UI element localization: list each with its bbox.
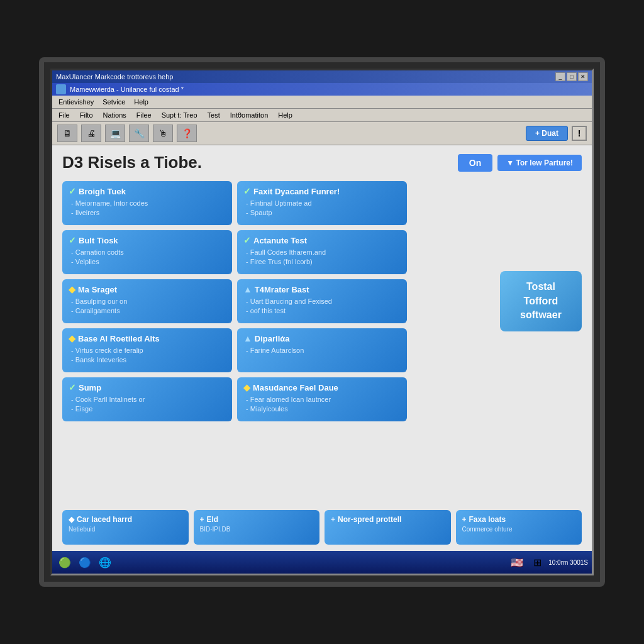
mid-card-1-body: Faull Codes Itharem.and Firee Trus (fnl … xyxy=(243,248,401,267)
mid-card-1-title: ✓ Actanute Test xyxy=(243,235,401,245)
toolbar-icon-6[interactable]: ❓ xyxy=(177,125,197,142)
maximize-button[interactable]: □ xyxy=(567,72,577,81)
menu-test[interactable]: Test xyxy=(204,110,224,120)
app-icon xyxy=(56,84,66,94)
left-card-4[interactable]: ✓ Sump Cook Parll Intalinets or Eisge xyxy=(62,377,232,421)
main-content: D3 Risels a Tiobe. On ▼ Tor lew Parture!… xyxy=(52,145,592,510)
torlew-button[interactable]: ▼ Tor lew Parture! xyxy=(497,155,582,171)
bottom-card-0[interactable]: ◆ Car laced harrd Netiebuid xyxy=(62,510,189,545)
mid-card-1[interactable]: ✓ Actanute Test Faull Codes Itharem.and … xyxy=(237,230,407,274)
mid-card-0-title: ✓ Faxit Dyacand Funrer! xyxy=(243,186,401,196)
special-card[interactable]: Tostal Tofford softwaer xyxy=(500,271,582,331)
header-buttons: On ▼ Tor lew Parture! xyxy=(458,154,582,172)
left-card-2[interactable]: ◆ Ma Sraget Basulping our on Carailgamen… xyxy=(62,279,232,323)
diamond-icon-3: ◆ xyxy=(69,333,75,343)
menu-supt[interactable]: Supt t: Treo xyxy=(158,110,201,120)
menu-help-1[interactable]: Help xyxy=(130,97,152,107)
toolbar-icon-1[interactable]: 🖥 xyxy=(57,125,77,142)
arrow-icon-m2: ▲ xyxy=(243,284,252,294)
right-column: Tostal Tofford softwaer xyxy=(412,181,582,421)
bottom-bar: ◆ Car laced harrd Netiebuid + Eld BID-IP… xyxy=(52,510,592,551)
taskbar-windows-icon[interactable]: ⊞ xyxy=(528,553,546,571)
title-bar: MaxUlancer Markcode trottorevs hehp _ □ … xyxy=(52,70,592,83)
left-card-1[interactable]: ✓ Bult Tiosk Carnation codts Velplies xyxy=(62,230,232,274)
screen: MaxUlancer Markcode trottorevs hehp _ □ … xyxy=(50,69,594,575)
diamond-icon-2: ◆ xyxy=(69,284,75,294)
left-card-4-body: Cook Parll Intalinets or Eisge xyxy=(69,395,226,414)
page-header: D3 Risels a Tiobe. On ▼ Tor lew Parture! xyxy=(62,153,582,172)
toolbar-icon-2[interactable]: 🖨 xyxy=(81,125,101,142)
bottom-card-0-body: Netiebuid xyxy=(69,526,182,533)
arrow-icon-m3: ▲ xyxy=(243,333,252,343)
mid-card-4-body: Fear alomed Ican Iautncer Mialyicoules xyxy=(243,395,401,414)
left-card-1-body: Carnation codts Velplies xyxy=(69,248,226,267)
toolbar-icon-4[interactable]: 🔧 xyxy=(129,125,149,142)
title-bar-text: MaxUlancer Markcode trottorevs hehp xyxy=(56,73,173,80)
left-column: ✓ Broigh Tuek Meiorname, Intor codes Ilv… xyxy=(62,181,232,421)
check-icon-4: ✓ xyxy=(69,382,76,392)
taskbar: 🟢 🔵 🌐 🇺🇸 ⊞ 10:0rm 3001S xyxy=(52,551,592,574)
duat-button[interactable]: + Duat xyxy=(526,126,568,141)
mid-card-4[interactable]: ◆ Masudance Fael Daue Fear alomed Ican I… xyxy=(237,377,407,421)
plus-icon-b3: + xyxy=(462,515,467,524)
left-card-4-title: ✓ Sump xyxy=(69,382,226,392)
exclaim-button[interactable]: ! xyxy=(572,126,587,141)
menu-help-2[interactable]: Help xyxy=(274,110,296,120)
sub-title-text: Mamewwierda - Unilance ful costad * xyxy=(70,86,184,93)
left-card-2-body: Basulping our on Carailgaments xyxy=(69,297,226,316)
menu-bar-1: Entievishey Setvice Help xyxy=(52,96,592,109)
taskbar-icon-3[interactable]: 🌐 xyxy=(96,553,114,571)
menu-filtο[interactable]: Filtο xyxy=(76,110,97,120)
toolbar-icon-3[interactable]: 💻 xyxy=(105,125,125,142)
close-button[interactable]: ✕ xyxy=(578,72,588,81)
left-card-1-title: ✓ Bult Tiosk xyxy=(69,235,226,245)
left-card-3-title: ◆ Base Al Roetiled Alts xyxy=(69,333,226,343)
mid-card-0[interactable]: ✓ Faxit Dyacand Funrer! Fintinal Uptimat… xyxy=(237,181,407,225)
title-bar-buttons: _ □ ✕ xyxy=(555,72,588,81)
mid-card-3-title: ▲ Diparllάa xyxy=(243,333,401,343)
bottom-card-2[interactable]: + Nor-spred prottell xyxy=(325,510,451,545)
menu-setvice[interactable]: Setvice xyxy=(99,97,129,107)
mid-card-0-body: Fintinal Uptimate ad Spautp xyxy=(243,199,401,218)
menu-file[interactable]: File xyxy=(55,110,74,120)
diamond-icon-m4: ◆ xyxy=(243,382,250,392)
mid-card-3[interactable]: ▲ Diparllάa Farine Autarclson xyxy=(237,328,407,372)
left-card-3[interactable]: ◆ Base Al Roetiled Alts Virtus creck die… xyxy=(62,328,232,372)
left-card-2-title: ◆ Ma Sraget xyxy=(69,284,226,294)
page-title: D3 Risels a Tiobe. xyxy=(62,153,202,172)
mid-card-2[interactable]: ▲ T4Mrater Bast Uart Barucing and Fexise… xyxy=(237,279,407,323)
taskbar-icon-1[interactable]: 🟢 xyxy=(56,553,74,571)
check-icon-1: ✓ xyxy=(69,235,76,245)
bottom-card-0-title: ◆ Car laced harrd xyxy=(69,515,182,524)
taskbar-sys-icons: 🇺🇸 ⊞ 10:0rm 3001S xyxy=(508,553,588,571)
monitor: MaxUlancer Markcode trottorevs hehp _ □ … xyxy=(39,57,605,587)
bottom-card-3-body: Commerce ohture xyxy=(462,526,576,533)
bottom-card-1[interactable]: + Eld BID-IPI.DB xyxy=(194,510,320,545)
bottom-card-3-title: + Faxa loats xyxy=(462,515,576,524)
toolbar: 🖥 🖨 💻 🔧 🖱 ❓ + Duat ! xyxy=(52,122,592,145)
taskbar-icon-2[interactable]: 🔵 xyxy=(76,553,94,571)
left-card-3-body: Virtus creck die feralip Bansk Inteverie… xyxy=(69,346,226,365)
menu-bar-2: File Filtο Nations Filee Supt t: Treo Te… xyxy=(52,109,592,122)
left-card-0-title: ✓ Broigh Tuek xyxy=(69,186,226,196)
mid-card-2-title: ▲ T4Mrater Bast xyxy=(243,284,401,294)
menu-intomatiton[interactable]: Intθomatiton xyxy=(226,110,272,120)
bottom-card-3[interactable]: + Faxa loats Commerce ohture xyxy=(456,510,582,545)
mid-column: ✓ Faxit Dyacand Funrer! Fintinal Uptimat… xyxy=(237,181,407,421)
menu-nations[interactable]: Nations xyxy=(99,110,130,120)
bottom-card-2-title: + Nor-spred prottell xyxy=(331,515,445,524)
taskbar-flag-icon[interactable]: 🇺🇸 xyxy=(508,553,526,571)
taskbar-clock: 10:0rm 3001S xyxy=(548,559,588,566)
diamond-icon-b0: ◆ xyxy=(69,515,74,524)
toolbar-icon-5[interactable]: 🖱 xyxy=(153,125,173,142)
bottom-card-1-title: + Eld xyxy=(200,515,314,524)
left-card-0[interactable]: ✓ Broigh Tuek Meiorname, Intor codes Ilv… xyxy=(62,181,232,225)
check-icon-m1: ✓ xyxy=(243,235,251,245)
minimize-button[interactable]: _ xyxy=(555,72,565,81)
on-button[interactable]: On xyxy=(458,154,492,172)
bottom-card-1-body: BID-IPI.DB xyxy=(200,526,314,533)
menu-filee[interactable]: Filee xyxy=(133,110,155,120)
sub-title-bar: Mamewwierda - Unilance ful costad * xyxy=(52,83,592,96)
check-icon-0: ✓ xyxy=(69,186,76,196)
menu-entievishey[interactable]: Entievishey xyxy=(55,97,97,107)
